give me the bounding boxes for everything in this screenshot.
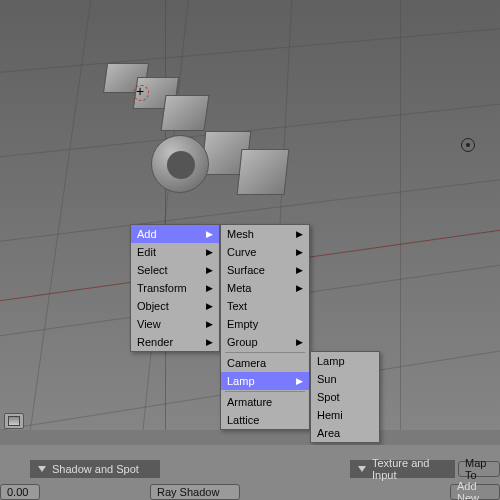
chevron-right-icon: ▶ [296,247,303,257]
menu-item-meta[interactable]: Meta▶ [221,279,309,297]
chevron-right-icon: ▶ [296,265,303,275]
menu-item-lattice[interactable]: Lattice [221,411,309,429]
separator [225,352,305,353]
menu-item-lamp[interactable]: Lamp▶ [221,372,309,390]
chevron-right-icon: ▶ [206,283,213,293]
menu-item-view[interactable]: View▶ [131,315,219,333]
context-menu[interactable]: Add▶ Edit▶ Select▶ Transform▶ Object▶ Vi… [130,224,220,352]
add-submenu[interactable]: Mesh▶ Curve▶ Surface▶ Meta▶ Text Empty G… [220,224,310,430]
ray-shadow-button[interactable]: Ray Shadow [150,484,240,500]
chevron-right-icon: ▶ [206,319,213,329]
menu-item-render[interactable]: Render▶ [131,333,219,351]
panel-shadow-spot[interactable]: Shadow and Spot [30,460,160,478]
map-to-tab[interactable]: Map To [458,461,500,477]
menu-item-camera[interactable]: Camera [221,354,309,372]
menu-item-spot[interactable]: Spot [311,388,379,406]
menu-item-edit[interactable]: Edit▶ [131,243,219,261]
menu-item-area[interactable]: Area [311,424,379,442]
lamp-submenu[interactable]: Lamp Sun Spot Hemi Area [310,351,380,443]
cursor-3d-icon [130,82,150,102]
menu-item-sun[interactable]: Sun [311,370,379,388]
menu-item-object[interactable]: Object▶ [131,297,219,315]
mesh-objects[interactable] [95,55,315,235]
panel-texture-input[interactable]: Texture and Input [350,460,455,478]
chevron-right-icon: ▶ [296,283,303,293]
menu-item-text[interactable]: Text [221,297,309,315]
menu-item-surface[interactable]: Surface▶ [221,261,309,279]
chevron-right-icon: ▶ [296,229,303,239]
separator [225,391,305,392]
chevron-right-icon: ▶ [206,247,213,257]
triangle-down-icon [38,466,46,472]
chevron-right-icon: ▶ [206,229,213,239]
menu-item-curve[interactable]: Curve▶ [221,243,309,261]
triangle-down-icon [358,466,366,472]
chevron-right-icon: ▶ [206,337,213,347]
menu-item-hemi[interactable]: Hemi [311,406,379,424]
value-field[interactable]: 0.00 [0,484,40,500]
pivot-icon [461,138,475,152]
menu-item-mesh[interactable]: Mesh▶ [221,225,309,243]
menu-item-armature[interactable]: Armature [221,393,309,411]
add-new-button[interactable]: Add New [450,484,500,500]
menu-item-group[interactable]: Group▶ [221,333,309,351]
chevron-right-icon: ▶ [296,337,303,347]
menu-item-empty[interactable]: Empty [221,315,309,333]
chevron-right-icon: ▶ [296,376,303,386]
menu-item-lamp-type[interactable]: Lamp [311,352,379,370]
menu-item-add[interactable]: Add▶ [131,225,219,243]
menu-item-select[interactable]: Select▶ [131,261,219,279]
chevron-right-icon: ▶ [206,301,213,311]
editor-type-icon[interactable] [4,413,24,429]
chevron-right-icon: ▶ [206,265,213,275]
menu-item-transform[interactable]: Transform▶ [131,279,219,297]
